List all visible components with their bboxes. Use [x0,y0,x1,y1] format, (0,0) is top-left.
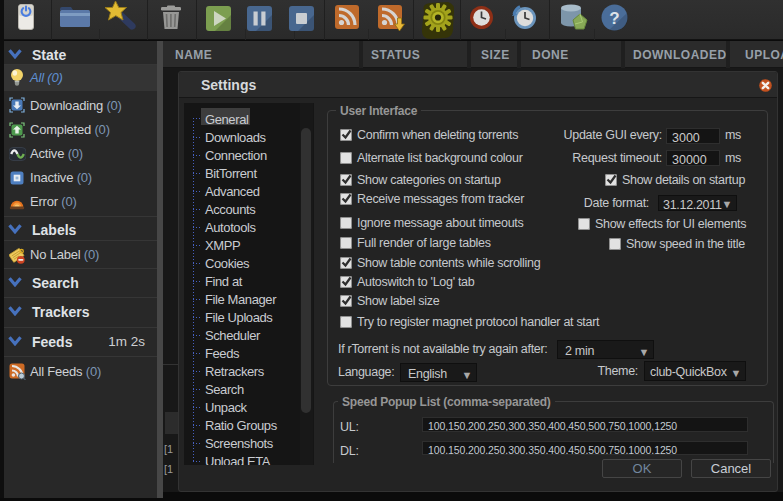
svg-text:?: ? [609,9,619,28]
